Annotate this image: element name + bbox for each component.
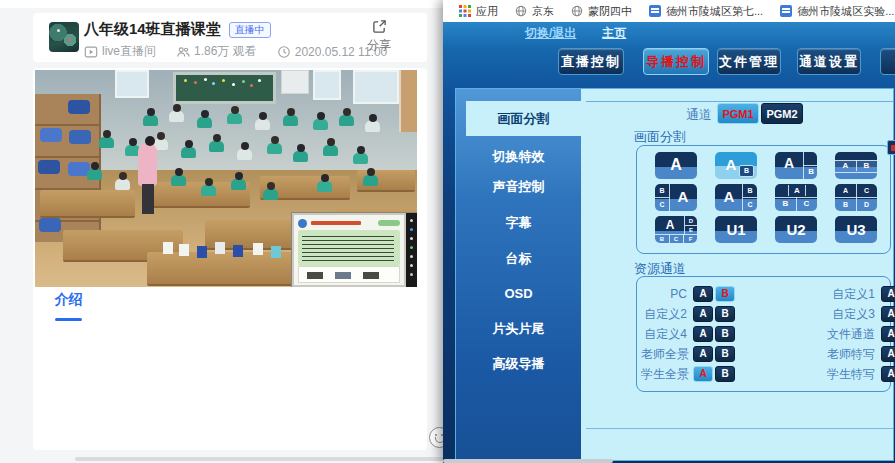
slide-figures (307, 272, 323, 279)
channel-label: 通道 (686, 106, 712, 124)
share-button[interactable]: 分享 (357, 19, 401, 54)
tab-intro[interactable]: 介绍 (55, 290, 95, 321)
left-top-strip (0, 0, 443, 8)
tab-file-management[interactable]: 文件管理 (717, 48, 781, 75)
pgm2-button[interactable]: PGM2 (761, 103, 803, 124)
layout-divider (655, 234, 697, 235)
console-scrollbar[interactable] (443, 459, 613, 463)
students-heads (35, 70, 43, 78)
link-switch-logout[interactable]: 切换/退出 (525, 25, 576, 42)
divider-line (586, 101, 893, 102)
resource-label: 老师特写 (787, 346, 875, 363)
tab-intro-label: 介绍 (55, 291, 83, 307)
sidebar-item-osd[interactable]: OSD (456, 276, 581, 311)
file-channel-a-button[interactable]: A (881, 326, 895, 342)
bookmark-jd[interactable]: 京东 (515, 4, 554, 19)
director-main-area: 通道 PGM1 PGM2 画面分割 A A B (581, 89, 893, 460)
sidebar-item-subtitles[interactable]: 字幕 (456, 205, 581, 240)
backpack-shelf (35, 94, 101, 242)
pgm1-button[interactable]: PGM1 (717, 103, 759, 124)
layout-a-large-b-corner[interactable]: A B (775, 152, 817, 179)
classroom-window (313, 70, 341, 100)
student-wide-b-button[interactable]: B (715, 366, 735, 382)
resource-label: 自定义4 (641, 326, 687, 343)
lab-desk (147, 252, 312, 286)
student-wide-a-button[interactable]: A (693, 366, 713, 382)
sidebar-item-split-screen[interactable]: 画面分割 (466, 101, 581, 136)
bookmark-school-3[interactable]: 德州市陵城区实验... (780, 4, 894, 19)
teacher-wide-b-button[interactable]: B (715, 346, 735, 362)
resource-row-file-channel: 文件通道 A (787, 326, 895, 342)
corner-button-glyph (891, 145, 895, 151)
stream-thumbnail[interactable] (49, 22, 79, 52)
pc-a-button[interactable]: A (693, 286, 713, 302)
resource-label: 学生特写 (787, 366, 875, 383)
layout-a-with-pip-b[interactable]: A B (715, 152, 757, 179)
pc-b-button[interactable]: B (715, 286, 735, 302)
bookmark-label: 京东 (532, 4, 554, 19)
bookmark-school-1[interactable]: 蒙阴四中 (571, 4, 632, 19)
teacher-wide-a-button[interactable]: A (693, 346, 713, 362)
layout-user-1[interactable]: U1 (715, 216, 757, 243)
teacher-closeup-a-button[interactable]: A (881, 346, 895, 362)
viewers-icon (176, 45, 190, 59)
sidebar-item-intro-outro[interactable]: 片头片尾 (456, 311, 581, 346)
layout-user-2[interactable]: U2 (775, 216, 817, 243)
pip-toolbar-icons (410, 219, 413, 222)
resource-label: 自定义3 (787, 306, 875, 323)
tab-record[interactable]: 录 (880, 48, 895, 75)
resource-label: 自定义2 (641, 306, 687, 323)
stream-header-card: 八年级14班直播课堂 直播中 live直播间 1.86万 观看 2020.05.… (33, 13, 427, 62)
layout-a-b-strip[interactable]: A B (835, 152, 877, 179)
live-status-badge: 直播中 (229, 22, 271, 38)
thumbnail-detail (57, 29, 60, 32)
layout-a-top-bc-bottom[interactable]: A B C (775, 184, 817, 211)
layout-six-split[interactable]: A D E B C F (655, 216, 697, 243)
layout-quad[interactable]: A C B D (835, 184, 877, 211)
sidebar-item-audio-control[interactable]: 声音控制 (456, 169, 581, 204)
sidebar-item-advanced-directing[interactable]: 高级导播 (456, 346, 581, 381)
bookmark-school-2[interactable]: 德州市陵城区第七... (649, 4, 763, 19)
slide-text-lines (302, 233, 394, 263)
resource-channel-panel: PC A B 自定义2 A B 自定义4 A B (636, 276, 891, 392)
bookmark-label: 德州市陵城区实验... (797, 4, 894, 19)
smiley-face-icon (435, 434, 437, 436)
link-home[interactable]: 主页 (602, 25, 626, 42)
sidebar-item-logo[interactable]: 台标 (456, 241, 581, 276)
layout-fullscreen-a[interactable]: A (655, 152, 697, 179)
pip-slide-overlay (292, 213, 417, 287)
custom4-a-button[interactable]: A (693, 326, 713, 342)
student-closeup-a-button[interactable]: A (881, 366, 895, 382)
video-player[interactable] (35, 70, 417, 287)
layout-divider (655, 197, 669, 198)
layout-bc-left-a-right[interactable]: B C A (655, 184, 697, 211)
custom3-a-button[interactable]: A (881, 306, 895, 322)
slide-title-text (311, 221, 361, 225)
clipped-corner-button[interactable] (887, 140, 895, 155)
globe-icon (571, 5, 583, 17)
lab-equipment (163, 242, 173, 254)
tab-channel-settings[interactable]: 通道设置 (797, 48, 861, 75)
layout-a-left-bc-right[interactable]: A B C (715, 184, 757, 211)
resource-row-custom1: 自定义1 A (787, 286, 895, 302)
layout-user-3[interactable]: U3 (835, 216, 877, 243)
layout-divider (743, 197, 757, 198)
resource-label: PC (641, 287, 687, 301)
custom2-a-button[interactable]: A (693, 306, 713, 322)
bookmark-apps[interactable]: 应用 (459, 4, 498, 19)
site-icon (649, 5, 661, 17)
live-page-window: 八年级14班直播课堂 直播中 live直播间 1.86万 观看 2020.05.… (0, 0, 443, 463)
site-icon (780, 5, 792, 17)
tab-live-control[interactable]: 直播控制 (558, 48, 624, 75)
layout-divider (835, 197, 877, 198)
stream-meta-row: live直播间 1.86万 观看 2020.05.12 11:00 (84, 43, 387, 60)
custom2-b-button[interactable]: B (715, 306, 735, 322)
custom4-b-button[interactable]: B (715, 326, 735, 342)
tab-director-control[interactable]: 导播控制 (643, 48, 709, 75)
clock-icon (277, 45, 291, 59)
resource-label: 文件通道 (787, 326, 875, 343)
custom1-a-button[interactable]: A (881, 286, 895, 302)
pip-toolbar (406, 213, 417, 287)
globe-icon (515, 5, 527, 17)
slide-logo (298, 219, 307, 228)
